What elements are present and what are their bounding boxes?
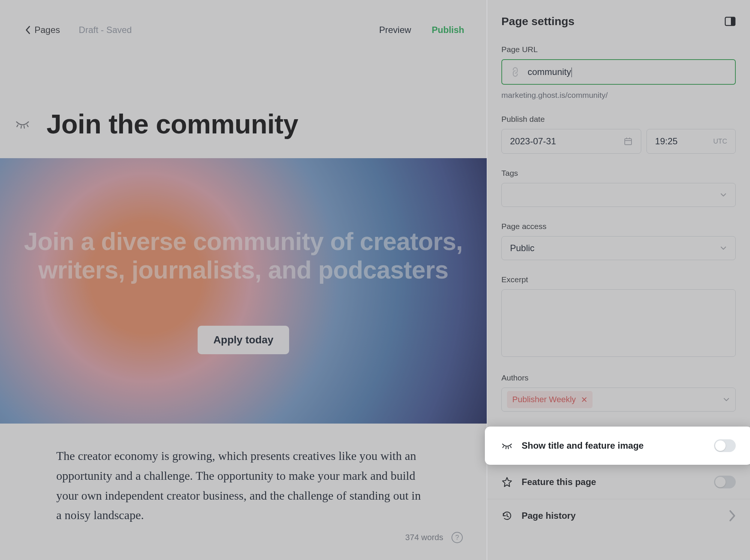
sidebar-title: Page settings <box>501 15 574 28</box>
svg-rect-6 <box>625 139 632 145</box>
authors-label: Authors <box>501 373 736 382</box>
chevron-right-icon <box>728 510 736 522</box>
link-icon <box>508 65 522 79</box>
svg-line-2 <box>24 126 24 128</box>
back-label: Pages <box>34 25 60 35</box>
svg-line-3 <box>27 125 28 127</box>
show-title-label: Show title and feature image <box>522 440 705 451</box>
preview-button[interactable]: Preview <box>379 25 411 35</box>
publish-date-label: Publish date <box>501 115 736 124</box>
page-history-row[interactable]: Page history <box>487 499 750 532</box>
star-icon <box>501 476 513 488</box>
eye-closed-icon <box>15 120 30 129</box>
feature-page-label: Feature this page <box>522 477 705 487</box>
publish-time-input[interactable]: 19:25 UTC <box>646 129 736 154</box>
show-title-toggle[interactable] <box>714 439 736 452</box>
publish-time-value: 19:25 <box>655 136 678 147</box>
chevron-down-icon <box>723 396 730 403</box>
tags-label: Tags <box>501 169 736 178</box>
excerpt-label: Excerpt <box>501 275 736 284</box>
chevron-down-icon <box>720 244 727 252</box>
eye-closed-icon <box>501 440 513 451</box>
hero-card[interactable]: Join a diverse community of creators, wr… <box>0 158 487 424</box>
body-paragraph[interactable]: The creator economy is growing, which pr… <box>56 446 424 525</box>
author-chip-label: Publisher Weekly <box>512 395 576 404</box>
page-url-input[interactable]: community <box>501 59 736 85</box>
excerpt-textarea[interactable] <box>501 289 736 357</box>
page-title[interactable]: Join the community <box>46 109 298 139</box>
calendar-icon <box>624 137 633 146</box>
back-to-pages[interactable]: Pages <box>26 25 60 35</box>
panel-toggle-icon[interactable] <box>724 16 736 27</box>
apply-today-button[interactable]: Apply today <box>198 326 289 354</box>
feature-page-toggle[interactable] <box>714 476 736 488</box>
author-chip[interactable]: Publisher Weekly <box>507 391 592 408</box>
svg-line-13 <box>510 446 511 448</box>
timezone-label: UTC <box>713 138 727 145</box>
tags-select[interactable] <box>501 183 736 207</box>
svg-line-10 <box>503 446 504 448</box>
svg-line-0 <box>17 125 18 127</box>
page-access-label: Page access <box>501 222 736 231</box>
page-access-select[interactable]: Public <box>501 236 736 260</box>
feature-page-row: Feature this page <box>487 465 750 499</box>
help-icon[interactable]: ? <box>452 532 463 543</box>
authors-select[interactable]: Publisher Weekly <box>501 388 736 412</box>
chevron-down-icon <box>720 191 727 199</box>
publish-date-input[interactable]: 2023-07-31 <box>501 129 641 154</box>
show-title-row: Show title and feature image <box>485 427 750 465</box>
word-count: 374 words <box>405 533 443 542</box>
publish-date-value: 2023-07-31 <box>510 136 556 147</box>
publish-button[interactable]: Publish <box>432 25 464 35</box>
history-icon <box>501 510 513 521</box>
page-history-label: Page history <box>522 511 719 521</box>
page-url-helper: marketing.ghost.is/community/ <box>501 91 736 100</box>
page-url-value: community <box>528 67 571 77</box>
svg-line-1 <box>21 126 21 128</box>
svg-line-12 <box>508 447 508 449</box>
svg-rect-5 <box>731 17 735 25</box>
page-access-value: Public <box>510 243 534 253</box>
hero-headline: Join a diverse community of creators, wr… <box>15 228 472 284</box>
svg-line-11 <box>506 447 506 449</box>
chevron-left-icon <box>26 25 31 34</box>
close-icon[interactable] <box>581 397 587 403</box>
draft-status: Draft - Saved <box>79 25 132 35</box>
page-url-label: Page URL <box>501 45 736 54</box>
